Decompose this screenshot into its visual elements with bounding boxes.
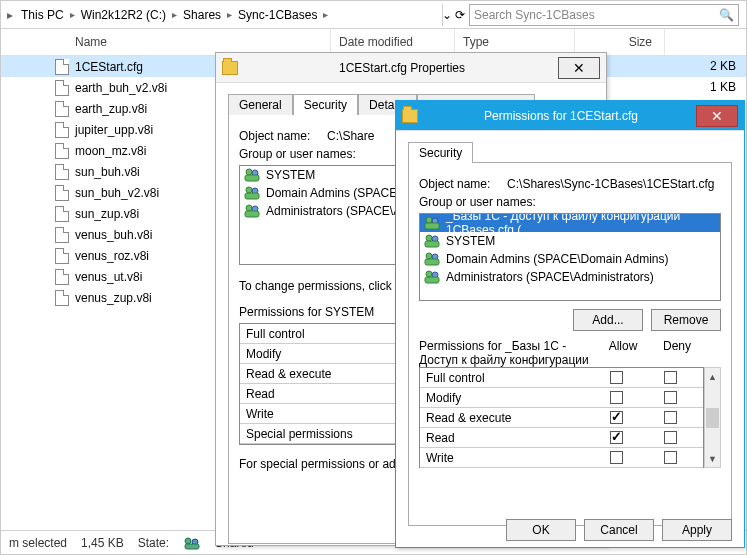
ok-button[interactable]: OK bbox=[506, 519, 576, 541]
scroll-up-icon[interactable]: ▲ bbox=[705, 368, 720, 385]
breadcrumb-segment[interactable]: This PC bbox=[15, 6, 70, 24]
nav-spacer: ▸ bbox=[7, 8, 13, 22]
permission-label: Read & execute bbox=[426, 411, 589, 425]
group-listbox[interactable]: _Базы 1C - Доступ к файлу конфигурации 1… bbox=[419, 213, 721, 301]
permission-label: Full control bbox=[426, 371, 589, 385]
object-value: C:\Share bbox=[327, 129, 374, 143]
file-icon bbox=[1, 290, 75, 306]
file-icon bbox=[1, 80, 75, 96]
refresh-icon: ⟳ bbox=[455, 8, 465, 22]
breadcrumb-segment[interactable]: Win2k12R2 (C:) bbox=[75, 6, 172, 24]
search-input[interactable]: Search Sync-1CBases 🔍 bbox=[469, 4, 739, 26]
status-selected: m selected bbox=[9, 536, 67, 550]
deny-header: Deny bbox=[650, 339, 704, 367]
permissions-header: Permissions for _Базы 1C - Доступ к файл… bbox=[419, 339, 596, 367]
svg-point-21 bbox=[426, 271, 432, 277]
breadcrumb-segment[interactable]: Sync-1CBases bbox=[232, 6, 323, 24]
permission-row: Full control bbox=[420, 368, 703, 388]
folder-icon bbox=[222, 61, 238, 75]
svg-rect-20 bbox=[425, 259, 439, 265]
permissions-title: Permissions for 1CEStart.cfg bbox=[426, 109, 696, 123]
permissions-table: Full controlModifyRead & executeReadWrit… bbox=[419, 367, 704, 468]
group-name: Administrators (SPACE\Administrators) bbox=[446, 270, 654, 284]
file-icon bbox=[1, 227, 75, 243]
svg-rect-17 bbox=[425, 241, 439, 247]
svg-rect-14 bbox=[425, 223, 439, 229]
file-icon bbox=[1, 143, 75, 159]
object-label: Object name: bbox=[419, 177, 490, 191]
group-row[interactable]: Administrators (SPACE\Administrators) bbox=[420, 268, 720, 286]
tab-security[interactable]: Security bbox=[293, 94, 358, 115]
permission-row: Read bbox=[420, 428, 703, 448]
svg-point-15 bbox=[426, 235, 432, 241]
refresh-button[interactable]: ⌄ ⟳ bbox=[442, 4, 464, 26]
close-button[interactable]: ✕ bbox=[558, 57, 600, 79]
svg-point-18 bbox=[426, 253, 432, 259]
status-size: 1,45 KB bbox=[81, 536, 124, 550]
status-state-label: State: bbox=[138, 536, 169, 550]
svg-point-3 bbox=[246, 169, 252, 175]
tab-security[interactable]: Security bbox=[408, 142, 473, 163]
deny-checkbox[interactable] bbox=[664, 411, 677, 424]
deny-checkbox[interactable] bbox=[664, 431, 677, 444]
deny-checkbox[interactable] bbox=[664, 371, 677, 384]
allow-checkbox[interactable] bbox=[610, 371, 623, 384]
svg-rect-5 bbox=[245, 175, 259, 181]
tab-general[interactable]: General bbox=[228, 94, 293, 115]
properties-title: 1CEStart.cfg Properties bbox=[246, 61, 558, 75]
svg-rect-11 bbox=[245, 211, 259, 217]
svg-rect-2 bbox=[185, 544, 199, 549]
file-icon bbox=[1, 101, 75, 117]
file-size: 2 KB bbox=[710, 56, 736, 77]
file-icon bbox=[1, 269, 75, 285]
search-placeholder: Search Sync-1CBases bbox=[474, 8, 595, 22]
allow-checkbox[interactable] bbox=[610, 431, 623, 444]
group-icon bbox=[424, 252, 440, 266]
file-size: 1 KB bbox=[710, 77, 736, 98]
file-icon bbox=[1, 185, 75, 201]
file-icon bbox=[1, 206, 75, 222]
chevron-right-icon: ▸ bbox=[323, 9, 328, 20]
svg-rect-8 bbox=[245, 193, 259, 199]
group-icon bbox=[244, 186, 260, 200]
scrollbar[interactable]: ▲ ▼ bbox=[704, 367, 721, 468]
deny-checkbox[interactable] bbox=[664, 391, 677, 404]
scroll-thumb[interactable] bbox=[706, 408, 719, 428]
breadcrumb-bar: ▸ This PC▸Win2k12R2 (C:)▸Shares▸Sync-1CB… bbox=[1, 1, 746, 29]
remove-button[interactable]: Remove bbox=[651, 309, 721, 331]
group-icon bbox=[424, 234, 440, 248]
svg-point-0 bbox=[185, 538, 191, 544]
group-row[interactable]: Domain Admins (SPACE\Domain Admins) bbox=[420, 250, 720, 268]
group-icon bbox=[244, 204, 260, 218]
group-name: Domain Admins (SPACE\Domain Admins) bbox=[446, 252, 669, 266]
deny-checkbox[interactable] bbox=[664, 451, 677, 464]
allow-header: Allow bbox=[596, 339, 650, 367]
permission-row: Read & execute bbox=[420, 408, 703, 428]
allow-checkbox[interactable] bbox=[610, 451, 623, 464]
object-label: Object name: bbox=[239, 129, 310, 143]
breadcrumb-segment[interactable]: Shares bbox=[177, 6, 227, 24]
group-name: SYSTEM bbox=[266, 168, 315, 182]
apply-button[interactable]: Apply bbox=[662, 519, 732, 541]
permission-row: Write bbox=[420, 448, 703, 468]
permissions-dialog: Permissions for 1CEStart.cfg ✕ Security … bbox=[395, 100, 745, 548]
breadcrumb: This PC▸Win2k12R2 (C:)▸Shares▸Sync-1CBas… bbox=[15, 6, 328, 24]
permissions-titlebar[interactable]: Permissions for 1CEStart.cfg ✕ bbox=[396, 101, 744, 131]
add-button[interactable]: Add... bbox=[573, 309, 643, 331]
close-button[interactable]: ✕ bbox=[696, 105, 738, 127]
shared-icon bbox=[183, 536, 201, 550]
allow-checkbox[interactable] bbox=[610, 411, 623, 424]
scroll-down-icon[interactable]: ▼ bbox=[705, 450, 720, 467]
file-icon bbox=[1, 164, 75, 180]
chevron-down-icon: ⌄ bbox=[442, 8, 452, 22]
folder-icon bbox=[402, 109, 418, 123]
group-row[interactable]: _Базы 1C - Доступ к файлу конфигурации 1… bbox=[420, 214, 720, 232]
svg-point-6 bbox=[246, 187, 252, 193]
group-label: Group or user names: bbox=[419, 195, 721, 209]
file-icon bbox=[1, 59, 75, 75]
properties-titlebar[interactable]: 1CEStart.cfg Properties ✕ bbox=[216, 53, 606, 83]
cancel-button[interactable]: Cancel bbox=[584, 519, 654, 541]
object-value: C:\Shares\Sync-1CBases\1CEStart.cfg bbox=[507, 177, 714, 191]
allow-checkbox[interactable] bbox=[610, 391, 623, 404]
permission-label: Write bbox=[426, 451, 589, 465]
